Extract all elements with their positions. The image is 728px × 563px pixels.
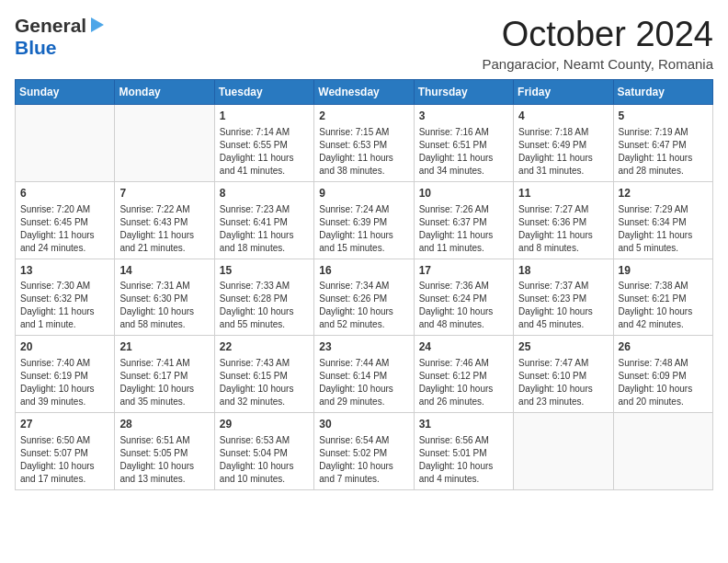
calendar-week-row: 6Sunrise: 7:20 AM Sunset: 6:45 PM Daylig… [16,181,713,259]
day-number: 1 [220,109,309,124]
logo: General Blue [15,15,106,59]
calendar-body: 1Sunrise: 7:14 AM Sunset: 6:55 PM Daylig… [16,105,713,490]
day-number: 22 [220,339,309,355]
day-number: 21 [119,339,209,355]
day-info-text: Sunrise: 7:33 AM Sunset: 6:28 PM Dayligh… [220,280,309,331]
weekday-header-cell: Saturday [613,80,712,105]
day-info-text: Sunrise: 7:31 AM Sunset: 6:30 PM Dayligh… [119,280,209,331]
weekday-header-cell: Monday [115,80,214,105]
calendar-day-cell: 10Sunrise: 7:26 AM Sunset: 6:37 PM Dayli… [414,181,513,259]
day-info-text: Sunrise: 7:38 AM Sunset: 6:21 PM Dayligh… [619,280,708,331]
day-number: 18 [518,263,608,279]
day-number: 6 [20,186,109,201]
weekday-header-row: SundayMondayTuesdayWednesdayThursdayFrid… [16,80,713,105]
day-info-text: Sunrise: 7:30 AM Sunset: 6:32 PM Dayligh… [20,280,109,331]
day-number: 27 [20,417,109,432]
day-info-text: Sunrise: 7:48 AM Sunset: 6:09 PM Dayligh… [619,357,708,408]
day-info-text: Sunrise: 7:14 AM Sunset: 6:55 PM Dayligh… [220,126,309,178]
day-number: 12 [619,186,708,201]
calendar-day-cell: 28Sunrise: 6:51 AM Sunset: 5:05 PM Dayli… [115,413,214,490]
svg-marker-0 [91,17,104,32]
calendar-day-cell: 15Sunrise: 7:33 AM Sunset: 6:28 PM Dayli… [214,259,313,336]
day-number: 28 [119,417,209,432]
day-number: 29 [220,417,309,432]
day-number: 24 [419,339,508,355]
logo-arrow-icon [87,16,106,34]
day-info-text: Sunrise: 6:53 AM Sunset: 5:04 PM Dayligh… [220,434,309,486]
weekday-header-cell: Wednesday [314,80,414,105]
day-number: 9 [319,186,408,201]
day-info-text: Sunrise: 7:36 AM Sunset: 6:24 PM Dayligh… [419,280,508,331]
day-info-text: Sunrise: 7:41 AM Sunset: 6:17 PM Dayligh… [119,357,209,408]
day-number: 11 [518,186,608,201]
calendar-day-cell: 25Sunrise: 7:47 AM Sunset: 6:10 PM Dayli… [514,336,613,413]
day-number: 19 [619,263,708,279]
day-number: 15 [220,263,309,279]
day-info-text: Sunrise: 7:47 AM Sunset: 6:10 PM Dayligh… [518,357,608,408]
calendar-day-cell: 17Sunrise: 7:36 AM Sunset: 6:24 PM Dayli… [414,259,513,336]
day-info-text: Sunrise: 7:19 AM Sunset: 6:47 PM Dayligh… [619,126,708,178]
month-title: October 2024 [482,15,713,54]
day-number: 5 [619,109,708,124]
calendar-day-cell: 30Sunrise: 6:54 AM Sunset: 5:02 PM Dayli… [314,413,414,490]
calendar-day-cell: 21Sunrise: 7:41 AM Sunset: 6:17 PM Dayli… [115,336,214,413]
calendar-day-cell: 8Sunrise: 7:23 AM Sunset: 6:41 PM Daylig… [214,181,313,259]
calendar-day-cell: 27Sunrise: 6:50 AM Sunset: 5:07 PM Dayli… [16,413,115,490]
location-subtitle: Pangaracior, Neamt County, Romania [482,56,713,72]
day-number: 17 [419,263,508,279]
day-number: 25 [518,339,608,355]
day-number: 31 [419,417,508,432]
calendar-day-cell: 4Sunrise: 7:18 AM Sunset: 6:49 PM Daylig… [514,105,613,182]
calendar-day-cell: 13Sunrise: 7:30 AM Sunset: 6:32 PM Dayli… [16,259,115,336]
day-number: 10 [419,186,508,201]
calendar-week-row: 13Sunrise: 7:30 AM Sunset: 6:32 PM Dayli… [16,259,713,336]
day-number: 4 [518,109,608,124]
day-info-text: Sunrise: 7:34 AM Sunset: 6:26 PM Dayligh… [319,280,408,331]
day-info-text: Sunrise: 7:44 AM Sunset: 6:14 PM Dayligh… [319,357,408,408]
day-number: 20 [20,339,109,355]
calendar-day-cell: 22Sunrise: 7:43 AM Sunset: 6:15 PM Dayli… [214,336,313,413]
weekday-header-cell: Sunday [16,80,115,105]
day-info-text: Sunrise: 7:22 AM Sunset: 6:43 PM Dayligh… [119,203,209,255]
day-number: 14 [119,263,209,279]
day-number: 2 [319,109,408,124]
calendar-day-cell: 2Sunrise: 7:15 AM Sunset: 6:53 PM Daylig… [314,105,414,182]
calendar-week-row: 20Sunrise: 7:40 AM Sunset: 6:19 PM Dayli… [16,336,713,413]
day-info-text: Sunrise: 7:29 AM Sunset: 6:34 PM Dayligh… [619,203,708,255]
day-info-text: Sunrise: 7:16 AM Sunset: 6:51 PM Dayligh… [419,126,508,178]
calendar-day-cell: 7Sunrise: 7:22 AM Sunset: 6:43 PM Daylig… [115,181,214,259]
day-number: 3 [419,109,508,124]
calendar-day-cell: 19Sunrise: 7:38 AM Sunset: 6:21 PM Dayli… [613,259,712,336]
day-info-text: Sunrise: 7:24 AM Sunset: 6:39 PM Dayligh… [319,203,408,255]
weekday-header-cell: Friday [514,80,613,105]
weekday-header-cell: Tuesday [214,80,313,105]
day-number: 7 [119,186,209,201]
day-number: 30 [319,417,408,432]
weekday-header-cell: Thursday [414,80,513,105]
calendar-day-cell: 9Sunrise: 7:24 AM Sunset: 6:39 PM Daylig… [314,181,414,259]
day-info-text: Sunrise: 7:26 AM Sunset: 6:37 PM Dayligh… [419,203,508,255]
calendar-day-cell: 16Sunrise: 7:34 AM Sunset: 6:26 PM Dayli… [314,259,414,336]
calendar-day-cell [16,105,115,182]
day-info-text: Sunrise: 7:43 AM Sunset: 6:15 PM Dayligh… [220,357,309,408]
calendar-day-cell: 14Sunrise: 7:31 AM Sunset: 6:30 PM Dayli… [115,259,214,336]
day-info-text: Sunrise: 7:46 AM Sunset: 6:12 PM Dayligh… [419,357,508,408]
day-info-text: Sunrise: 7:37 AM Sunset: 6:23 PM Dayligh… [518,280,608,331]
title-block: October 2024 Pangaracior, Neamt County, … [482,15,713,72]
calendar-day-cell: 23Sunrise: 7:44 AM Sunset: 6:14 PM Dayli… [314,336,414,413]
calendar-day-cell: 26Sunrise: 7:48 AM Sunset: 6:09 PM Dayli… [613,336,712,413]
day-info-text: Sunrise: 7:23 AM Sunset: 6:41 PM Dayligh… [220,203,309,255]
calendar-day-cell: 18Sunrise: 7:37 AM Sunset: 6:23 PM Dayli… [514,259,613,336]
calendar-day-cell: 29Sunrise: 6:53 AM Sunset: 5:04 PM Dayli… [214,413,313,490]
day-number: 13 [20,263,109,279]
day-info-text: Sunrise: 6:51 AM Sunset: 5:05 PM Dayligh… [119,434,209,486]
calendar-day-cell [514,413,613,490]
calendar-day-cell: 20Sunrise: 7:40 AM Sunset: 6:19 PM Dayli… [16,336,115,413]
calendar-day-cell [115,105,214,182]
calendar-week-row: 27Sunrise: 6:50 AM Sunset: 5:07 PM Dayli… [16,413,713,490]
day-info-text: Sunrise: 7:15 AM Sunset: 6:53 PM Dayligh… [319,126,408,178]
logo-blue-text: Blue [15,37,57,58]
calendar-day-cell: 6Sunrise: 7:20 AM Sunset: 6:45 PM Daylig… [16,181,115,259]
day-info-text: Sunrise: 7:40 AM Sunset: 6:19 PM Dayligh… [20,357,109,408]
calendar-day-cell: 24Sunrise: 7:46 AM Sunset: 6:12 PM Dayli… [414,336,513,413]
